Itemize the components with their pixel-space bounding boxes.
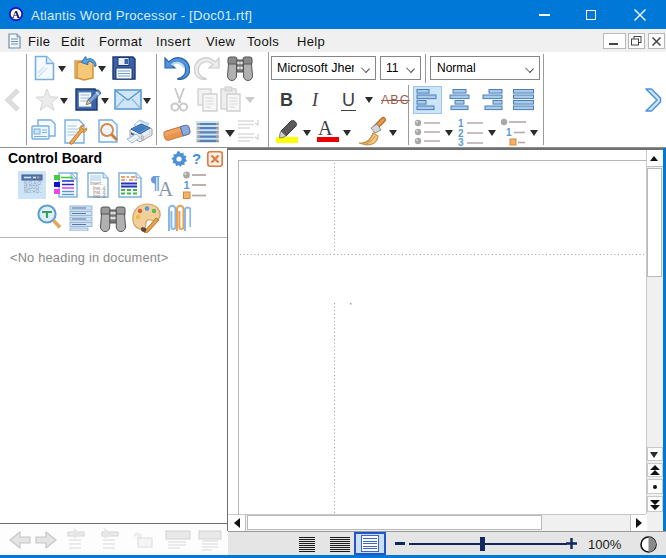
svg-text:3: 3 xyxy=(458,137,464,146)
svg-text:NO;✕O…O;: NO;✕O…O; xyxy=(24,189,43,194)
svg-text:1: 1 xyxy=(184,179,190,191)
svg-text:1: 1 xyxy=(506,127,512,138)
svg-text:A: A xyxy=(158,177,174,198)
svg-text:Inst. d.: Inst. d. xyxy=(93,194,107,199)
svg-text:A: A xyxy=(12,8,20,20)
